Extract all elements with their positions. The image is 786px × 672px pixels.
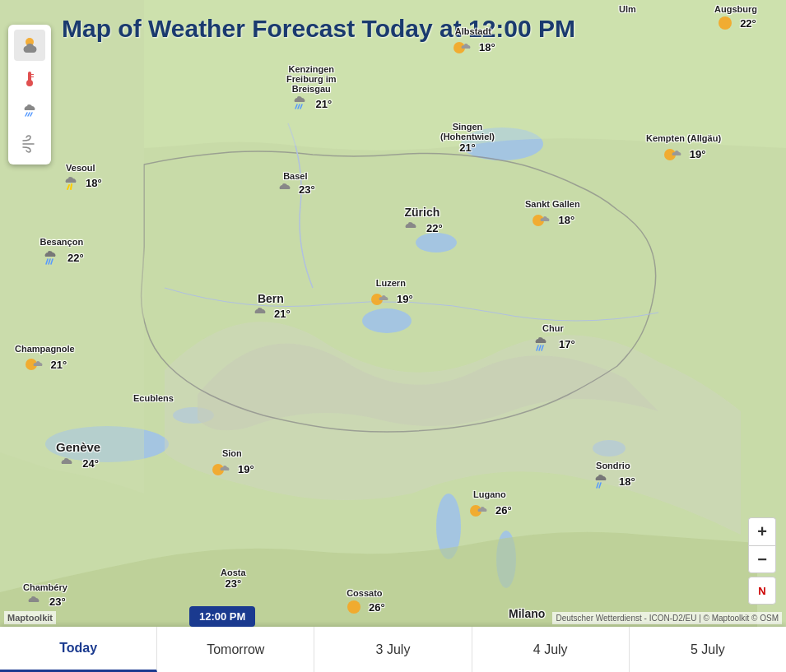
timeline-bar: Today Tomorrow 3 July 4 July 5 July <box>0 627 786 672</box>
tab-4july[interactable]: 4 July <box>472 627 630 672</box>
svg-point-3 <box>416 233 457 253</box>
tab-5july[interactable]: 5 July <box>630 627 786 672</box>
zoom-in-button[interactable]: + <box>748 517 776 545</box>
compass[interactable]: N <box>748 577 776 605</box>
timeline-tabs: Today Tomorrow 3 July 4 July 5 July <box>0 627 786 672</box>
weather-type-button[interactable] <box>14 30 45 61</box>
tab-today[interactable]: Today <box>0 627 157 672</box>
rain-button[interactable] <box>14 95 45 127</box>
svg-point-4 <box>362 308 412 333</box>
time-selector[interactable]: 12:00 PM <box>189 606 255 627</box>
zoom-out-button[interactable]: − <box>748 545 776 573</box>
tab-3july[interactable]: 3 July <box>314 627 472 672</box>
svg-rect-12 <box>31 74 34 75</box>
zoom-controls: + − <box>748 517 776 573</box>
svg-point-11 <box>26 80 33 86</box>
temperature-button[interactable] <box>14 63 45 94</box>
svg-line-15 <box>28 113 30 116</box>
toolbar <box>8 25 51 165</box>
tab-tomorrow[interactable]: Tomorrow <box>157 627 314 672</box>
svg-line-16 <box>30 113 32 116</box>
map-background <box>0 0 786 672</box>
page-title: Map of Weather Forecast Today at 12:00 P… <box>62 15 575 43</box>
maptoolkit-attribution: Maptoolkit <box>4 611 56 624</box>
wind-button[interactable] <box>14 128 45 160</box>
svg-rect-13 <box>31 76 34 77</box>
data-attribution: Deutscher Wetterdienst - ICON-D2/EU | © … <box>552 612 782 624</box>
svg-line-14 <box>26 113 27 116</box>
map-container: Map of Weather Forecast Today at 12:00 P… <box>0 0 786 672</box>
